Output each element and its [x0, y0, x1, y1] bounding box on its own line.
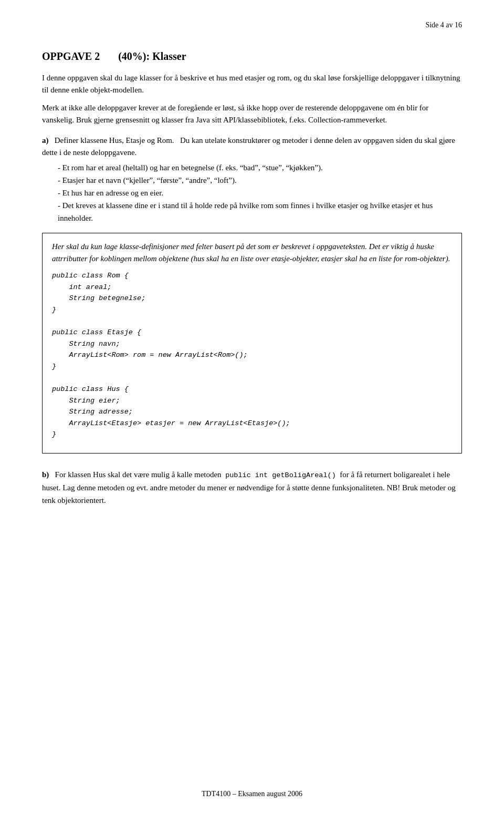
page-number: Side 4 av 16 [425, 21, 462, 29]
part-a-text1: Definer klassene Hus, Etasje og Rom. [55, 136, 174, 145]
intro-paragraph-2: Merk at ikke alle deloppgaver krever at … [42, 102, 462, 127]
section-number: OPPGAVE 2 [42, 50, 100, 62]
code-block: public class Rom { int areal; String bet… [52, 265, 452, 446]
page-footer: TDT4100 – Eksamen august 2006 [0, 790, 504, 798]
part-b-label: b) [42, 470, 49, 479]
section-title: OPPGAVE 2 (40%): Klasser [42, 50, 462, 63]
part-a-letter: a) [42, 136, 49, 145]
part-b-inline-code: public int getBoligAreal() [225, 471, 336, 479]
bullet-item-3: Et hus har en adresse og en eier. [58, 187, 462, 199]
page-container: Side 4 av 16 OPPGAVE 2 (40%): Klasser I … [0, 0, 504, 814]
bullet-item-2: Etasjer har et navn (“kjeller”, “første”… [58, 174, 462, 187]
section-subtitle: (40%): Klasser [118, 50, 186, 62]
part-b: b) For klassen Hus skal det være mulig å… [42, 468, 462, 507]
page-header: Side 4 av 16 [42, 21, 462, 29]
intro-paragraph-1: I denne oppgaven skal du lage klasser fo… [42, 72, 462, 97]
part-b-text-before: For klassen Hus skal det være mulig å ka… [55, 470, 222, 479]
bullet-list: Et rom har et areal (heltall) og har en … [58, 161, 462, 224]
bullet-item-4: Det kreves at klassene dine er i stand t… [58, 199, 462, 224]
hint-box-text: Her skal du kun lage klasse-definisjoner… [52, 242, 450, 263]
bullet-item-1: Et rom har et areal (heltall) og har en … [58, 161, 462, 174]
part-a-label: a) Definer klassene Hus, Etasje og Rom. … [42, 135, 462, 159]
hint-box: Her skal du kun lage klasse-definisjoner… [42, 233, 462, 454]
footer-text: TDT4100 – Eksamen august 2006 [202, 790, 302, 798]
